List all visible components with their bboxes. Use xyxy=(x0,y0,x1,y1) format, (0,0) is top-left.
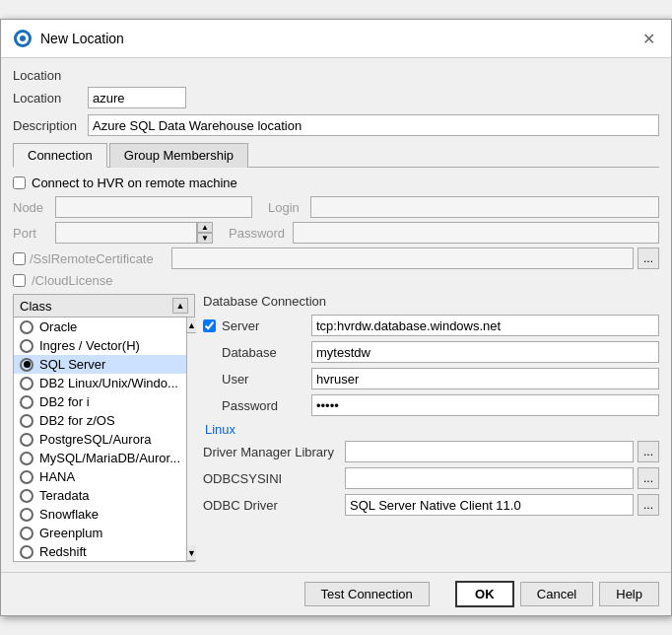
password-input-remote[interactable] xyxy=(293,222,659,244)
odbc-driver-browse-button[interactable]: ... xyxy=(638,494,659,516)
driver-manager-input[interactable] xyxy=(345,441,634,462)
tab-connection[interactable]: Connection xyxy=(13,143,107,168)
database-label: Database xyxy=(222,345,305,360)
radio-oracle xyxy=(20,320,34,334)
port-input[interactable] xyxy=(55,222,197,244)
class-item-db2i[interactable]: DB2 for i xyxy=(14,392,186,411)
connect-checkbox[interactable] xyxy=(13,176,26,189)
description-row: Description xyxy=(13,114,659,136)
radio-db2linux xyxy=(20,377,34,390)
driver-manager-row: Driver Manager Library ... xyxy=(203,441,659,462)
port-down-button[interactable]: ▼ xyxy=(197,233,213,244)
driver-manager-browse-button[interactable]: ... xyxy=(638,441,659,462)
ok-button[interactable]: OK xyxy=(455,581,514,607)
location-label: Location xyxy=(13,91,82,106)
ssl-browse-button[interactable]: ... xyxy=(638,247,659,269)
server-checkbox[interactable] xyxy=(203,319,216,332)
class-label-db2linux: DB2 Linux/Unix/Windo... xyxy=(39,376,178,390)
odbcsysini-input[interactable] xyxy=(345,467,634,489)
class-scroll-up[interactable]: ▲ xyxy=(172,298,188,314)
location-section-label: Location xyxy=(13,68,659,83)
description-label: Description xyxy=(13,118,82,133)
class-scroll-track xyxy=(187,333,196,545)
description-input[interactable] xyxy=(88,114,659,136)
class-item-mysql[interactable]: MySQL/MariaDB/Auror... xyxy=(14,449,186,467)
server-label: Server xyxy=(222,318,305,333)
class-item-teradata[interactable]: Teradata xyxy=(14,486,186,505)
cloud-license-label: /CloudLicense xyxy=(32,273,112,288)
class-label-greenplum: Greenplum xyxy=(39,526,102,540)
ssl-checkbox[interactable] xyxy=(13,252,26,265)
odbc-driver-row: ODBC Driver ... xyxy=(203,494,659,516)
class-item-db2z[interactable]: DB2 for z/OS xyxy=(14,411,186,430)
port-wrap: ▲ ▼ xyxy=(55,222,213,244)
port-up-button[interactable]: ▲ xyxy=(197,222,213,233)
server-input[interactable] xyxy=(311,315,659,336)
class-item-snowflake[interactable]: Snowflake xyxy=(14,505,186,524)
odbc-driver-input[interactable] xyxy=(345,494,634,516)
radio-db2z xyxy=(20,414,34,428)
class-label-hana: HANA xyxy=(39,469,75,484)
test-connection-button[interactable]: Test Connection xyxy=(304,582,430,606)
class-label-oracle: Oracle xyxy=(39,319,77,334)
ssl-input[interactable] xyxy=(171,247,634,269)
class-label-mysql: MySQL/MariaDB/Auror... xyxy=(39,451,180,465)
class-item-oracle[interactable]: Oracle xyxy=(14,318,186,336)
db-section-label: Database Connection xyxy=(203,294,659,309)
class-label-ingres: Ingres / Vector(H) xyxy=(39,338,140,353)
cloud-license-checkbox[interactable] xyxy=(13,274,26,287)
radio-mysql xyxy=(20,452,34,465)
content-area: Location Location Description Connection… xyxy=(1,58,671,572)
svg-point-2 xyxy=(20,35,26,41)
connect-checkbox-row: Connect to HVR on remote machine xyxy=(13,176,659,190)
help-button[interactable]: Help xyxy=(599,582,659,606)
node-label: Node xyxy=(13,200,47,215)
radio-ingres xyxy=(20,339,34,353)
db-panel: Database Connection Server Database User xyxy=(203,294,659,562)
login-input[interactable] xyxy=(310,196,659,218)
user-row: User xyxy=(203,368,659,389)
class-scroll-down-arrow[interactable]: ▼ xyxy=(187,545,196,561)
radio-postgres xyxy=(20,433,34,447)
login-label: Login xyxy=(268,200,302,215)
class-scroll-up-arrow[interactable]: ▲ xyxy=(187,318,196,333)
new-location-dialog: New Location ✕ Location Location Descrip… xyxy=(0,19,672,616)
database-row: Database xyxy=(203,341,659,363)
ssl-label: /SslRemoteCertificate xyxy=(30,251,168,266)
node-row: Node Login xyxy=(13,196,659,218)
class-label-redshift: Redshift xyxy=(39,544,87,559)
linux-label: Linux xyxy=(203,422,659,437)
driver-manager-label: Driver Manager Library xyxy=(203,445,341,459)
port-row: Port ▲ ▼ Password xyxy=(13,222,659,244)
radio-teradata xyxy=(20,489,34,503)
odbc-driver-label: ODBC Driver xyxy=(203,498,341,513)
app-icon xyxy=(13,29,33,48)
user-input[interactable] xyxy=(311,368,659,389)
class-item-greenplum[interactable]: Greenplum xyxy=(14,524,186,542)
tab-group-membership[interactable]: Group Membership xyxy=(109,143,248,168)
tab-bar: Connection Group Membership xyxy=(13,142,659,168)
location-input[interactable] xyxy=(88,87,186,108)
class-item-postgres[interactable]: PostgreSQL/Aurora xyxy=(14,430,186,449)
odbcsysini-browse-button[interactable]: ... xyxy=(638,467,659,489)
class-label-sqlserver: SQL Server xyxy=(39,357,105,372)
class-panel-inner: Oracle Ingres / Vector(H) SQL Server xyxy=(14,318,194,561)
titlebar: New Location ✕ xyxy=(1,20,671,58)
class-item-hana[interactable]: HANA xyxy=(14,467,186,486)
radio-greenplum xyxy=(20,527,34,540)
password-label-remote: Password xyxy=(229,226,285,241)
class-item-redshift[interactable]: Redshift xyxy=(14,542,186,561)
class-label-snowflake: Snowflake xyxy=(39,507,99,522)
class-item-ingres[interactable]: Ingres / Vector(H) xyxy=(14,336,186,355)
close-button[interactable]: ✕ xyxy=(638,28,659,49)
main-area: Class ▲ Oracle Ingres / Vector(H) xyxy=(13,294,659,562)
class-item-db2linux[interactable]: DB2 Linux/Unix/Windo... xyxy=(14,374,186,392)
cancel-button[interactable]: Cancel xyxy=(520,582,593,606)
database-input[interactable] xyxy=(311,341,659,363)
db-password-input[interactable] xyxy=(311,394,659,416)
port-label: Port xyxy=(13,226,47,241)
class-label-teradata: Teradata xyxy=(39,488,90,503)
node-input[interactable] xyxy=(55,196,252,218)
class-item-sqlserver[interactable]: SQL Server xyxy=(14,355,186,374)
radio-redshift xyxy=(20,545,34,559)
